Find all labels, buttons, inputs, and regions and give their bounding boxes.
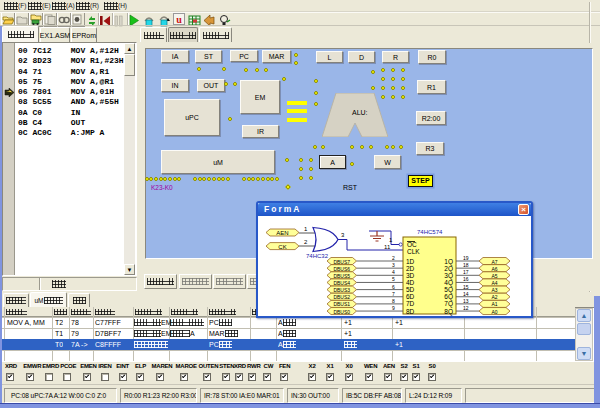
svg-text:9: 9 [392,305,395,311]
svg-text:A2: A2 [491,294,497,300]
svg-text:4D: 4D [406,279,415,286]
svg-text:11: 11 [384,244,391,250]
svg-text:2: 2 [304,239,308,245]
svg-text:A7: A7 [491,259,497,265]
svg-text:ALU:: ALU: [352,109,368,116]
svg-text:16: 16 [463,276,469,282]
svg-text:DBUS6: DBUS6 [333,266,350,272]
svg-text:6: 6 [392,284,395,290]
svg-text:A0: A0 [491,309,497,315]
svg-text:2D: 2D [406,265,415,272]
svg-text:A1: A1 [491,301,497,307]
svg-text:14: 14 [463,291,469,297]
svg-text:7: 7 [392,291,395,297]
svg-text:CK: CK [278,244,286,250]
svg-text:3: 3 [392,262,395,268]
svg-text:DBUS1: DBUS1 [333,301,350,307]
svg-text:DBUS0: DBUS0 [333,309,350,315]
svg-text:13: 13 [463,298,469,304]
svg-text:AEN: AEN [276,230,288,236]
svg-text:3: 3 [341,232,345,238]
svg-text:2: 2 [392,255,395,261]
svg-text:A5: A5 [491,273,497,279]
svg-text:1D: 1D [406,258,415,265]
svg-text:OC: OC [407,241,417,248]
svg-text:A3: A3 [491,287,497,293]
svg-text:74HC32: 74HC32 [306,253,329,259]
svg-text:17: 17 [463,269,469,275]
svg-text:A6: A6 [491,266,497,272]
svg-text:74HC574: 74HC574 [417,229,443,235]
svg-text:DBUS4: DBUS4 [333,280,350,286]
svg-text:12: 12 [463,305,469,311]
svg-text:8: 8 [392,298,395,304]
svg-text:1: 1 [389,237,393,243]
svg-text:8Q: 8Q [444,308,453,316]
svg-text:8D: 8D [406,308,415,315]
svg-text:6D: 6D [406,293,415,300]
svg-text:5: 5 [392,276,395,282]
svg-text:19: 19 [463,255,469,261]
svg-text:1: 1 [304,226,308,232]
svg-text:7D: 7D [406,300,415,307]
svg-text:DBUS5: DBUS5 [333,273,350,279]
svg-text:18: 18 [463,262,469,268]
svg-text:A4: A4 [491,280,497,286]
svg-text:DBUS7: DBUS7 [333,259,350,265]
svg-text:DBUS2: DBUS2 [333,294,350,300]
svg-text:15: 15 [463,284,469,290]
svg-text:DBUS3: DBUS3 [333,287,350,293]
svg-text:5D: 5D [406,286,415,293]
svg-text:4: 4 [392,269,395,275]
svg-text:3D: 3D [406,272,415,279]
svg-text:CLK: CLK [407,248,420,255]
